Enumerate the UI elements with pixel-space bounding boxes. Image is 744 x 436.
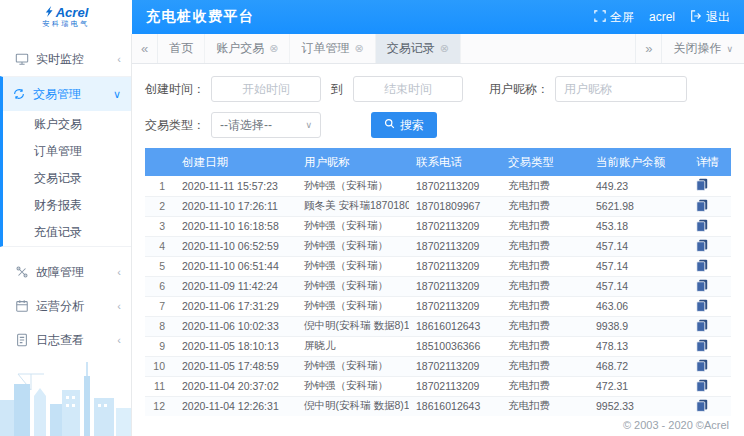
detail-copy-icon[interactable] [696, 379, 708, 392]
row-index: 5 [145, 256, 175, 276]
table-row: 92020-11-05 18:10:13屏晓儿18510036366充电扣费47… [145, 336, 731, 356]
sidebar-item-account-transaction[interactable]: 账户交易 [3, 111, 131, 138]
column-header: 交易类型 [501, 148, 589, 176]
detail-copy-icon[interactable] [696, 319, 708, 332]
cell-nickname: 孙钟强（安科瑞） [297, 176, 409, 196]
search-button[interactable]: 搜索 [371, 112, 437, 138]
cell-create-date: 2020-11-09 11:42:24 [175, 276, 297, 296]
table-row: 82020-11-06 10:02:33倪中明(安科瑞 数据8)11861601… [145, 316, 731, 336]
tab-label: 订单管理 [301, 40, 349, 57]
cell-transaction-type: 充电扣费 [501, 376, 589, 396]
row-index: 9 [145, 336, 175, 356]
sidebar-submenu-transaction-mgmt: 账户交易订单管理交易记录财务报表充值记录 [3, 111, 131, 246]
cell-phone: 18702113209 [409, 216, 501, 236]
tab-home[interactable]: 首页 [158, 34, 205, 63]
table-header-row: 创建日期用户昵称联系电话交易类型当前账户余额详情 [145, 148, 731, 176]
cell-transaction-type: 充电扣费 [501, 256, 589, 276]
sidebar-item-recharge-records[interactable]: 充值记录 [3, 219, 131, 246]
cell-nickname: 倪中明(安科瑞 数据8)1 [297, 316, 409, 336]
sidebar-item-fault-mgmt[interactable]: 故障管理‹ [3, 255, 131, 289]
sync-icon [12, 87, 26, 101]
cell-transaction-type: 充电扣费 [501, 276, 589, 296]
close-icon[interactable]: ⊗ [440, 43, 449, 54]
sidebar-item-realtime-monitor[interactable]: 实时监控‹ [3, 42, 131, 76]
fullscreen-button[interactable]: 全屏 [594, 9, 634, 26]
sidebar-group-operation-analysis: 运营分析‹ [0, 289, 131, 323]
detail-copy-icon[interactable] [696, 279, 708, 292]
table-row: 62020-11-09 11:42:24孙钟强（安科瑞）18702113209充… [145, 276, 731, 296]
cell-balance: 472.31 [589, 376, 689, 396]
row-index: 4 [145, 236, 175, 256]
cell-nickname: 孙钟强（安科瑞） [297, 256, 409, 276]
nickname-input[interactable] [555, 76, 687, 102]
sidebar-item-transaction-mgmt[interactable]: 交易管理∨ [3, 77, 131, 111]
cell-balance: 463.06 [589, 296, 689, 316]
cell-transaction-type: 充电扣费 [501, 176, 589, 196]
logout-icon [690, 10, 702, 25]
cell-create-date: 2020-11-05 17:48:59 [175, 356, 297, 376]
cell-phone: 18702113209 [409, 376, 501, 396]
cell-balance: 9952.33 [589, 396, 689, 416]
detail-copy-icon[interactable] [696, 239, 708, 252]
cell-nickname: 屏晓儿 [297, 336, 409, 356]
sidebar-item-operation-analysis[interactable]: 运营分析‹ [3, 289, 131, 323]
transaction-records-page: 创建时间： 到 用户昵称： 交易类型： --请选择-- ∨ [132, 64, 744, 436]
table-row: 122020-11-04 12:26:31倪中明(安科瑞 数据8)1186160… [145, 396, 731, 416]
tabs-scroll-left-icon[interactable]: « [132, 34, 158, 63]
user-menu[interactable]: acrel [649, 10, 675, 24]
detail-copy-icon[interactable] [696, 399, 708, 412]
start-time-input[interactable] [211, 76, 321, 102]
tab-account-transaction[interactable]: 账户交易⊗ [205, 34, 290, 63]
detail-copy-icon[interactable] [696, 199, 708, 212]
filter-row-2: 交易类型： --请选择-- ∨ 搜索 [145, 112, 731, 138]
to-label: 到 [331, 81, 343, 98]
tab-transaction-records[interactable]: 交易记录⊗ [376, 34, 461, 63]
sidebar-item-label: 日志查看 [36, 332, 110, 349]
detail-copy-icon[interactable] [696, 359, 708, 372]
calendar-icon [15, 299, 29, 313]
row-index: 2 [145, 196, 175, 216]
username: acrel [649, 10, 675, 24]
cell-create-date: 2020-11-05 18:10:13 [175, 336, 297, 356]
detail-copy-icon[interactable] [696, 178, 708, 191]
transaction-type-select[interactable]: --请选择-- ∨ [211, 112, 321, 138]
sidebar-group-fault-mgmt: 故障管理‹ [0, 255, 131, 289]
detail-copy-icon[interactable] [696, 219, 708, 232]
cell-phone: 18510036366 [409, 336, 501, 356]
sidebar-item-transaction-records[interactable]: 交易记录 [3, 165, 131, 192]
cell-create-date: 2020-11-10 16:18:58 [175, 216, 297, 236]
tabs-scroll-right-icon[interactable]: » [635, 34, 661, 63]
end-time-input[interactable] [353, 76, 463, 102]
column-header: 用户昵称 [297, 148, 409, 176]
detail-copy-icon[interactable] [696, 339, 708, 352]
open-tabs: 首页账户交易⊗订单管理⊗交易记录⊗ [158, 34, 461, 63]
cell-phone: 18702113209 [409, 296, 501, 316]
cell-create-date: 2020-11-10 06:52:59 [175, 236, 297, 256]
cell-transaction-type: 充电扣费 [501, 196, 589, 216]
detail-copy-icon[interactable] [696, 259, 708, 272]
detail-copy-icon[interactable] [696, 299, 708, 312]
create-time-label: 创建时间： [145, 81, 205, 98]
logout-button[interactable]: 退出 [690, 9, 730, 26]
table-row: 52020-11-10 06:51:44孙钟强（安科瑞）18702113209充… [145, 256, 731, 276]
sidebar-item-financial-report[interactable]: 财务报表 [3, 192, 131, 219]
cell-transaction-type: 充电扣费 [501, 216, 589, 236]
row-index: 7 [145, 296, 175, 316]
close-operations-dropdown[interactable]: 关闭操作 ∨ [661, 34, 744, 63]
monitor-icon [15, 52, 29, 66]
close-icon[interactable]: ⊗ [354, 43, 363, 54]
cell-nickname: 孙钟强（安科瑞） [297, 216, 409, 236]
sidebar-item-order-mgmt[interactable]: 订单管理 [3, 138, 131, 165]
tab-order-mgmt[interactable]: 订单管理⊗ [290, 34, 375, 63]
row-index: 3 [145, 216, 175, 236]
close-icon[interactable]: ⊗ [269, 43, 278, 54]
sidebar: 实时监控‹交易管理∨账户交易订单管理交易记录财务报表充值记录故障管理‹运营分析‹… [0, 34, 132, 436]
tab-label: 交易记录 [387, 40, 435, 57]
city-skyline-illustration [0, 348, 132, 436]
sidebar-item-label: 运营分析 [36, 298, 110, 315]
cell-balance: 453.18 [589, 216, 689, 236]
chevron-left-icon: ‹ [117, 53, 121, 65]
top-bar: Acrel 安科瑞电气 充电桩收费平台 全屏 acrel 退出 [0, 0, 744, 34]
records-table: 创建日期用户昵称联系电话交易类型当前账户余额详情 12020-11-11 15:… [145, 148, 731, 416]
cell-nickname: 孙钟强（安科瑞） [297, 376, 409, 396]
